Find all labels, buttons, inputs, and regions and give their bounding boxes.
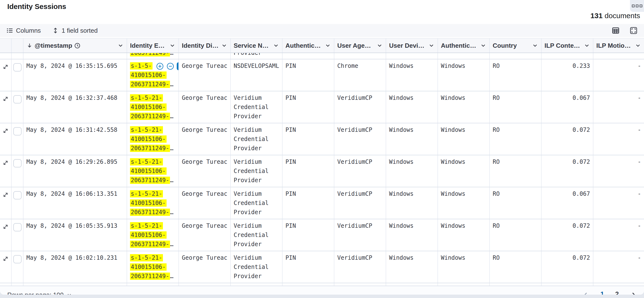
chevron-down-icon[interactable] bbox=[221, 42, 227, 49]
row-select-checkbox[interactable] bbox=[13, 63, 22, 72]
filter-for-value-icon[interactable] bbox=[156, 62, 164, 70]
next-page-icon[interactable] bbox=[630, 291, 637, 294]
highlighted-text: 2063711249- bbox=[130, 113, 170, 120]
cell-identity-dis: George Tureac bbox=[179, 219, 231, 251]
cell-timestamp: May 8, 2024 @ 16:35:15.695 bbox=[24, 59, 127, 91]
cell-service: Veridium Credential Provider bbox=[231, 155, 282, 187]
cell-user-device: Windows bbox=[386, 187, 438, 219]
row-select-checkbox[interactable] bbox=[13, 191, 22, 199]
column-header-identity_ext[interactable]: Identity Ext… bbox=[127, 39, 179, 53]
filter-out-value-icon[interactable] bbox=[166, 62, 174, 70]
column-header-auth_os[interactable]: Authenticat… bbox=[438, 39, 490, 53]
cell-identity-ext: s-1-5-21-410015106-2063711249-… bbox=[127, 251, 179, 283]
sort-updown-icon bbox=[52, 27, 59, 34]
cell-identity-ext: s-1-5-21-410015106-2063711249-… bbox=[127, 123, 179, 155]
row-expand-cell bbox=[0, 219, 12, 251]
chevron-down-icon[interactable] bbox=[273, 42, 279, 49]
chevron-down-icon[interactable] bbox=[169, 42, 176, 49]
cell bbox=[594, 283, 644, 286]
panel-options-button[interactable] bbox=[630, 0, 644, 12]
row-select-checkbox[interactable] bbox=[13, 127, 22, 135]
documents-count-number: 131 bbox=[590, 12, 602, 20]
row-checkbox-cell bbox=[12, 251, 24, 283]
cell-timestamp: May 8, 2024 @ 16:31:42.558 bbox=[24, 123, 127, 155]
rows-per-page-label: Rows per page: 100 bbox=[7, 291, 64, 295]
page-button-1[interactable]: 1 bbox=[600, 290, 604, 295]
column-header-timestamp[interactable]: @timestamp bbox=[24, 39, 127, 53]
cell bbox=[542, 53, 594, 59]
fullscreen-icon[interactable] bbox=[630, 27, 638, 35]
chevron-down-icon[interactable] bbox=[635, 42, 641, 49]
expand-document-icon[interactable] bbox=[2, 127, 9, 134]
cell bbox=[282, 53, 334, 59]
cell bbox=[334, 53, 386, 59]
row-select-checkbox[interactable] bbox=[13, 159, 22, 167]
column-header-label: Identity Ext… bbox=[130, 42, 167, 50]
expand-document-icon[interactable] bbox=[2, 223, 9, 230]
row-select-checkbox[interactable] bbox=[13, 223, 22, 231]
cell-identity-ext: s-1-5-21-410015106-2063711249-… bbox=[127, 187, 179, 219]
panel-options-icon bbox=[636, 5, 638, 7]
cell-identity-dis bbox=[179, 53, 231, 59]
rows-per-page-select[interactable]: Rows per page: 100 bbox=[7, 291, 72, 295]
cell-user-device: Windows bbox=[386, 59, 438, 91]
expand-document-icon[interactable] bbox=[2, 159, 9, 166]
chevron-down-icon[interactable] bbox=[428, 42, 434, 49]
chevron-down-icon[interactable] bbox=[480, 42, 486, 49]
display-options-table-icon[interactable] bbox=[612, 27, 620, 35]
page-title: Identity Sessions bbox=[7, 3, 66, 11]
sort-fields-button[interactable]: 1 field sorted bbox=[52, 27, 98, 34]
expand-document-icon[interactable] bbox=[2, 63, 9, 71]
column-header-ilp_context[interactable]: ILP Context … bbox=[542, 39, 594, 53]
cell-ilp-context: 0.233 bbox=[542, 59, 594, 91]
header-expand-column bbox=[0, 39, 12, 53]
cell-auth-os: Windows bbox=[438, 251, 490, 283]
expand-document-icon[interactable] bbox=[2, 191, 9, 198]
cell-auth-method: PIN bbox=[282, 219, 334, 251]
cell-service: Veridium Credential Provider bbox=[231, 123, 282, 155]
columns-button-label: Columns bbox=[16, 27, 41, 34]
column-header-label: ILP Motion S… bbox=[596, 42, 633, 50]
column-header-auth_method[interactable]: Authenticat… bbox=[282, 39, 334, 53]
chevron-down-icon[interactable] bbox=[325, 42, 331, 49]
row-expand-cell bbox=[0, 53, 12, 59]
column-header-country[interactable]: Country bbox=[490, 39, 542, 53]
column-header-label: Authenticat… bbox=[441, 42, 478, 50]
expand-cell-button[interactable] bbox=[177, 62, 179, 70]
cell-auth-method: PIN bbox=[282, 91, 334, 123]
chevron-down-icon[interactable] bbox=[376, 42, 383, 49]
chevron-down-icon[interactable] bbox=[584, 42, 590, 49]
row-select-checkbox[interactable] bbox=[13, 95, 22, 103]
expand-document-icon[interactable] bbox=[2, 255, 9, 262]
expand-document-icon[interactable] bbox=[2, 95, 9, 103]
column-header-user_device[interactable]: User Device… bbox=[386, 39, 438, 53]
column-header-service[interactable]: Service Name bbox=[231, 39, 282, 53]
highlighted-text: s-1-5-21- bbox=[130, 94, 163, 102]
cell-ilp-motion: - bbox=[594, 123, 644, 155]
sort-fields-label: 1 field sorted bbox=[62, 27, 98, 34]
column-header-label: User Agent … bbox=[337, 42, 374, 50]
previous-page-icon[interactable] bbox=[582, 291, 589, 294]
highlighted-text: s-1-5-21- bbox=[130, 190, 163, 197]
cell-ilp-context: 0.067 bbox=[542, 91, 594, 123]
highlighted-text: s-1-5-21- bbox=[130, 254, 163, 261]
cell-auth-os: Windows bbox=[438, 91, 490, 123]
row-select-checkbox[interactable] bbox=[13, 255, 22, 263]
table-row: May 8, 2024 @ 16:05:35.913s-1-5-21-41001… bbox=[0, 219, 644, 251]
clipped-row-bottom bbox=[0, 283, 644, 286]
column-header-label: ILP Context … bbox=[544, 42, 582, 50]
chevron-down-icon[interactable] bbox=[532, 42, 538, 49]
column-header-identity_dis[interactable]: Identity Dis… bbox=[179, 39, 231, 53]
page-button-2[interactable]: 2 bbox=[615, 290, 619, 295]
cell-ilp-motion: - bbox=[594, 187, 644, 219]
row-expand-cell bbox=[0, 187, 12, 219]
header-checkbox-column bbox=[12, 39, 24, 53]
cell-ilp-context: 0.067 bbox=[542, 187, 594, 219]
row-checkbox-cell bbox=[12, 219, 24, 251]
columns-button[interactable]: Columns bbox=[6, 27, 41, 34]
cell-timestamp: May 8, 2024 @ 16:32:37.468 bbox=[24, 91, 127, 123]
cell-auth-os: Windows bbox=[438, 155, 490, 187]
chevron-down-icon[interactable] bbox=[118, 42, 124, 49]
column-header-user_agent[interactable]: User Agent … bbox=[334, 39, 386, 53]
column-header-ilp_motion[interactable]: ILP Motion S… bbox=[594, 39, 644, 53]
